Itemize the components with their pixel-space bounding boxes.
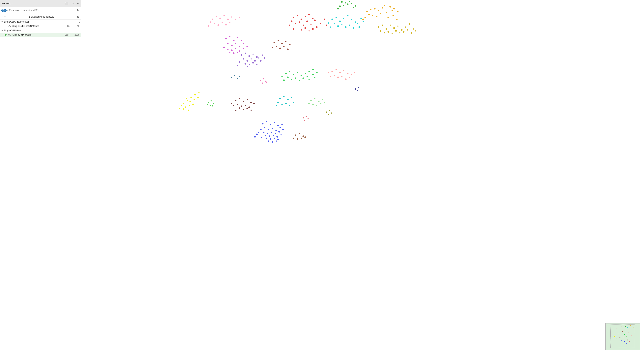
svg-point-283 xyxy=(304,120,305,121)
settings-button[interactable]: ⚙ xyxy=(77,15,80,18)
svg-point-258 xyxy=(283,96,284,97)
svg-point-285 xyxy=(358,87,359,88)
svg-point-348 xyxy=(627,340,628,340)
svg-point-256 xyxy=(235,110,236,111)
svg-rect-328 xyxy=(606,323,640,350)
svg-point-127 xyxy=(233,40,234,41)
svg-point-178 xyxy=(272,47,273,48)
svg-point-273 xyxy=(320,103,322,104)
svg-point-307 xyxy=(269,135,270,137)
svg-point-219 xyxy=(198,92,200,93)
svg-point-115 xyxy=(231,17,232,18)
svg-point-201 xyxy=(297,72,298,73)
svg-point-265 xyxy=(293,102,294,103)
svg-point-55 xyxy=(295,23,296,24)
collection-count-1: 1 xyxy=(78,21,80,23)
svg-point-74 xyxy=(343,18,344,19)
svg-point-229 xyxy=(189,105,190,106)
svg-point-31 xyxy=(378,10,379,11)
svg-point-72 xyxy=(336,17,337,18)
svg-point-161 xyxy=(260,60,262,62)
svg-point-156 xyxy=(262,55,263,56)
network-item-1[interactable]: SingleCellClusterNetwork 23 56 xyxy=(0,24,81,28)
svg-point-25 xyxy=(349,1,350,2)
network-collection-1: ▼ SingleCellClusterNetwork 1 Single xyxy=(0,20,81,29)
svg-point-214 xyxy=(312,69,314,70)
svg-point-331 xyxy=(622,326,622,327)
svg-point-142 xyxy=(229,52,230,53)
svg-point-32 xyxy=(382,7,383,9)
window-close-button[interactable]: − xyxy=(76,2,80,5)
svg-point-327 xyxy=(304,136,306,138)
svg-point-54 xyxy=(291,21,292,22)
svg-point-176 xyxy=(283,46,284,47)
svg-point-125 xyxy=(225,38,227,40)
status-bar: ⌃⌃ 1 of 2 Networks selected ⚙ xyxy=(0,14,81,20)
svg-point-224 xyxy=(190,101,191,102)
svg-point-237 xyxy=(210,105,211,106)
search-dropdown-arrow-icon[interactable]: ▾ xyxy=(7,10,8,12)
svg-point-296 xyxy=(280,127,281,128)
window-square-button[interactable]: ⬜ xyxy=(64,2,69,5)
svg-point-316 xyxy=(261,137,262,138)
svg-point-104 xyxy=(395,30,397,32)
svg-point-203 xyxy=(304,73,306,74)
svg-point-289 xyxy=(270,124,271,125)
svg-point-279 xyxy=(328,114,329,115)
svg-point-61 xyxy=(289,25,290,26)
svg-point-261 xyxy=(278,102,279,103)
collection-header-2[interactable]: ▼ SingleCellNetwork 1 xyxy=(0,29,81,33)
svg-point-202 xyxy=(300,75,302,76)
svg-point-181 xyxy=(339,72,341,73)
svg-point-106 xyxy=(403,31,404,33)
collapse-triangle-icon-1: ▼ xyxy=(1,21,3,23)
selection-status: 1 of 2 Networks selected xyxy=(29,16,54,18)
svg-point-171 xyxy=(281,43,283,44)
svg-point-133 xyxy=(239,46,240,47)
svg-rect-17 xyxy=(81,0,644,354)
svg-point-3 xyxy=(78,9,79,11)
svg-point-340 xyxy=(614,336,615,337)
svg-point-49 xyxy=(297,15,298,16)
ndex-logo[interactable] xyxy=(1,9,6,12)
svg-point-85 xyxy=(358,26,360,28)
svg-point-180 xyxy=(336,69,337,70)
collection-header-1[interactable]: ▼ SingleCellClusterNetwork 1 xyxy=(0,20,81,24)
svg-point-345 xyxy=(631,335,632,336)
svg-point-205 xyxy=(291,79,292,80)
svg-point-129 xyxy=(241,40,242,41)
svg-point-102 xyxy=(388,31,389,33)
svg-point-315 xyxy=(278,139,279,140)
collapse-button[interactable]: ⌃⌃ xyxy=(2,15,6,18)
active-indicator-1 xyxy=(5,25,6,27)
svg-point-248 xyxy=(248,107,250,108)
svg-point-187 xyxy=(345,79,346,80)
svg-point-192 xyxy=(328,72,329,73)
window-star-button[interactable]: ☆ xyxy=(71,2,75,5)
svg-point-12 xyxy=(8,34,9,35)
svg-point-51 xyxy=(304,16,306,17)
svg-point-341 xyxy=(616,338,616,338)
network-item-2[interactable]: SingleCellNetwork 5154 52305 xyxy=(0,33,81,37)
svg-point-94 xyxy=(393,27,395,29)
svg-point-108 xyxy=(411,32,412,34)
svg-point-40 xyxy=(376,16,378,17)
svg-point-121 xyxy=(229,22,230,23)
svg-point-58 xyxy=(306,21,308,22)
svg-point-137 xyxy=(231,50,232,51)
svg-point-38 xyxy=(368,14,370,15)
titlebar-controls: ⬜ ☆ − xyxy=(64,2,80,5)
search-input[interactable] xyxy=(9,9,76,12)
search-button[interactable] xyxy=(77,9,80,12)
svg-point-143 xyxy=(233,52,234,54)
network-canvas-area[interactable] xyxy=(81,0,644,354)
svg-point-185 xyxy=(337,77,339,78)
network-name-1: SingleCellClusterNetwork xyxy=(12,25,61,28)
svg-point-302 xyxy=(275,133,276,134)
svg-point-183 xyxy=(347,73,348,74)
network-nodes-2: 5154 xyxy=(62,34,70,36)
collapse-triangle-icon-2: ▼ xyxy=(1,30,3,32)
dropdown-arrow-icon[interactable]: ▾ xyxy=(12,2,12,5)
svg-point-167 xyxy=(236,78,238,79)
svg-point-195 xyxy=(265,81,266,82)
